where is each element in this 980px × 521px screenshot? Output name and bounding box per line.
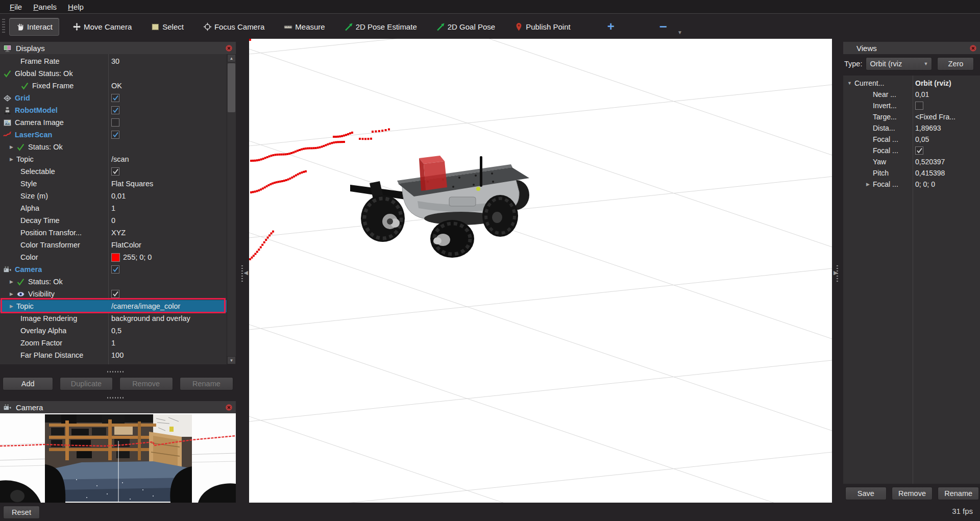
tool-focus-camera[interactable]: Focus Camera xyxy=(197,18,271,35)
row-value[interactable]: 30 xyxy=(111,55,119,67)
displays-row-far-plane-distance[interactable]: Far Plane Distance100 xyxy=(0,349,227,361)
scrollbar-thumb[interactable] xyxy=(228,63,235,112)
row-value[interactable]: 0; 0; 0 xyxy=(915,179,935,190)
checkbox[interactable] xyxy=(111,94,119,102)
toolbar-drag-handle[interactable] xyxy=(2,19,5,34)
splitter-dots[interactable] xyxy=(107,397,125,399)
collapse-arrow-icon[interactable]: ▼ xyxy=(846,81,853,86)
zero-button[interactable]: Zero xyxy=(937,57,974,70)
color-swatch[interactable] xyxy=(111,253,120,262)
duplicate-display-button[interactable]: Duplicate xyxy=(60,377,112,390)
displays-row-fixed-frame[interactable]: Fixed FrameOK xyxy=(0,80,227,92)
views-row-focal[interactable]: ▶Focal ...0; 0; 0 xyxy=(843,179,980,190)
view-type-dropdown[interactable]: Orbit (rviz ▼ xyxy=(866,57,932,70)
expand-arrow-icon[interactable]: ▶ xyxy=(8,304,15,309)
tool-interact[interactable]: Interact xyxy=(9,18,59,36)
row-value[interactable]: 1 xyxy=(111,202,115,214)
views-row-targe[interactable]: Targe...<Fixed Fra... xyxy=(843,111,980,122)
views-row-focal[interactable]: Focal ... xyxy=(843,145,980,156)
displays-row-position-transfor[interactable]: Position Transfor...XYZ xyxy=(0,227,227,239)
displays-row-size-m[interactable]: Size (m)0,01 xyxy=(0,190,227,202)
views-row-pitch[interactable]: Pitch0,415398 xyxy=(843,167,980,179)
checkbox[interactable] xyxy=(915,102,923,110)
views-row-near[interactable]: Near ...0,01 xyxy=(843,89,980,100)
row-value[interactable]: Flat Squares xyxy=(111,178,153,190)
row-value[interactable]: 0,520397 xyxy=(915,156,945,167)
displays-row-color[interactable]: Color255; 0; 0 xyxy=(0,251,227,263)
row-value[interactable]: 100 xyxy=(111,349,124,361)
save-view-button[interactable]: Save xyxy=(845,487,887,500)
row-value[interactable]: <Fixed Fra... xyxy=(915,111,955,122)
displays-row-status-ok[interactable]: ▶Status: Ok xyxy=(0,276,227,288)
displays-row-image-rendering[interactable]: Image Renderingbackground and overlay xyxy=(0,312,227,325)
close-icon[interactable] xyxy=(225,404,233,411)
close-icon[interactable] xyxy=(969,44,977,52)
row-value[interactable]: OK xyxy=(111,80,122,92)
displays-row-laserscan[interactable]: LaserScan xyxy=(0,129,227,141)
splitter-dots[interactable] xyxy=(107,371,125,373)
right-splitter-handle[interactable]: ▶ xyxy=(832,39,843,503)
views-row-dista[interactable]: Dista...1,89693 xyxy=(843,122,980,134)
displays-row-style[interactable]: StyleFlat Squares xyxy=(0,178,227,190)
row-value[interactable]: 0,415398 xyxy=(915,167,945,179)
menu-item-panels[interactable]: Panels xyxy=(28,1,62,13)
tool-2d-goal-pose[interactable]: 2D Goal Pose xyxy=(430,18,501,35)
tool-measure[interactable]: Measure xyxy=(278,18,331,35)
expand-arrow-icon[interactable]: ▶ xyxy=(8,144,15,150)
displays-row-frame-rate[interactable]: Frame Rate30 xyxy=(0,55,227,67)
expand-arrow-icon[interactable]: ▶ xyxy=(8,279,15,284)
checkbox[interactable] xyxy=(111,106,119,114)
displays-row-global-status-ok[interactable]: Global Status: Ok xyxy=(0,67,227,80)
add-display-button[interactable]: Add xyxy=(3,377,53,390)
views-row-current[interactable]: ▼Current...Orbit (rviz) xyxy=(843,78,980,89)
remove-tool-button[interactable]: − xyxy=(659,19,667,35)
displays-row-topic[interactable]: ▶Topic/scan xyxy=(0,153,227,165)
displays-row-visibility[interactable]: ▶Visibility xyxy=(0,288,227,300)
checkbox[interactable] xyxy=(111,167,119,176)
displays-row-alpha[interactable]: Alpha1 xyxy=(0,202,227,214)
displays-row-grid[interactable]: Grid xyxy=(0,92,227,104)
views-row-yaw[interactable]: Yaw0,520397 xyxy=(843,156,980,167)
scroll-up-icon[interactable]: ▲ xyxy=(227,54,236,62)
row-value[interactable]: /camera/image_color xyxy=(111,300,180,312)
displays-row-color-transformer[interactable]: Color TransformerFlatColor xyxy=(0,239,227,251)
views-row-focal[interactable]: Focal ...0,05 xyxy=(843,134,980,145)
displays-row-robotmodel[interactable]: RobotModel xyxy=(0,104,227,116)
row-value[interactable]: 0,01 xyxy=(915,89,929,100)
scroll-down-icon[interactable]: ▼ xyxy=(227,356,236,364)
displays-row-topic[interactable]: ▶Topic/camera/image_color xyxy=(0,300,227,312)
row-value[interactable]: /scan xyxy=(111,153,129,165)
displays-row-camera[interactable]: Camera xyxy=(0,263,227,276)
menu-item-help[interactable]: Help xyxy=(62,1,89,13)
tool-move-camera[interactable]: Move Camera xyxy=(66,18,138,35)
left-splitter-handle[interactable]: ◀ xyxy=(236,39,249,503)
row-value[interactable]: 1,89693 xyxy=(915,122,941,134)
row-value[interactable]: XYZ xyxy=(111,227,126,239)
displays-row-decay-time[interactable]: Decay Time0 xyxy=(0,214,227,227)
row-value[interactable]: 255; 0; 0 xyxy=(111,251,152,263)
tool-2d-pose-estimate[interactable]: 2D Pose Estimate xyxy=(338,18,423,35)
displays-row-overlay-alpha[interactable]: Overlay Alpha0,5 xyxy=(0,325,227,337)
checkbox[interactable] xyxy=(111,131,119,139)
rename-view-button[interactable]: Rename xyxy=(938,487,979,500)
expand-arrow-icon[interactable]: ▶ xyxy=(8,291,15,296)
remove-view-button[interactable]: Remove xyxy=(892,487,933,500)
row-value[interactable]: Orbit (rviz) xyxy=(915,78,951,89)
checkbox[interactable] xyxy=(111,118,119,127)
checkbox[interactable] xyxy=(915,146,923,155)
collapse-right-icon[interactable]: ▶ xyxy=(834,269,838,276)
row-value[interactable]: 0,05 xyxy=(915,134,929,145)
displays-row-status-ok[interactable]: ▶Status: Ok xyxy=(0,141,227,153)
row-value[interactable]: 0 xyxy=(111,214,115,227)
displays-row-selectable[interactable]: Selectable xyxy=(0,165,227,178)
row-value[interactable]: 0,5 xyxy=(111,325,121,337)
displays-row-camera-image[interactable]: Camera Image xyxy=(0,116,227,129)
checkbox[interactable] xyxy=(111,290,119,298)
close-icon[interactable] xyxy=(225,44,233,52)
expand-arrow-icon[interactable]: ▶ xyxy=(865,182,871,187)
tool-select[interactable]: Select xyxy=(145,18,190,35)
displays-scrollbar[interactable]: ▲ ▼ xyxy=(227,54,236,364)
tool-publish-point[interactable]: Publish Point xyxy=(508,18,577,35)
views-row-invert[interactable]: Invert... xyxy=(843,100,980,111)
collapse-left-icon[interactable]: ◀ xyxy=(244,269,248,276)
